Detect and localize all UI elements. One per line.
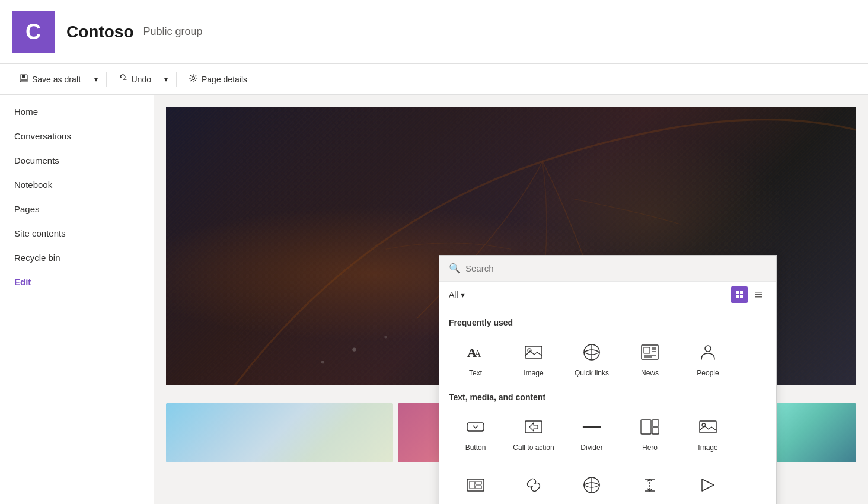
- webpart-image2[interactable]: Image: [681, 409, 735, 458]
- frequently-used-grid: A A Text: [449, 334, 767, 383]
- svg-rect-12: [736, 291, 739, 294]
- webpart-spacer[interactable]: [623, 467, 676, 504]
- sidebar: Home Conversations Documents Notebook Pa…: [0, 95, 154, 504]
- webpart-people[interactable]: People: [681, 334, 735, 383]
- sidebar-item-notebook[interactable]: Notebook: [0, 173, 154, 197]
- content-area: + ✛: [154, 95, 868, 504]
- picker-search-input[interactable]: [465, 263, 767, 273]
- undo-button[interactable]: Undo: [111, 70, 158, 89]
- sidebar-item-recycle-bin[interactable]: Recycle bin: [0, 245, 154, 270]
- main-layout: Home Conversations Documents Notebook Pa…: [0, 95, 868, 504]
- webpart-hero[interactable]: Hero: [623, 409, 676, 458]
- webpart-button-label: Button: [465, 444, 486, 452]
- toolbar: Save as draft ▾ Undo ▾ Page details: [0, 64, 868, 95]
- page-details-label: Page details: [202, 75, 247, 84]
- search-icon: 🔍: [449, 263, 461, 274]
- divider-icon: [580, 415, 604, 439]
- frequently-used-title: Frequently used: [449, 318, 767, 327]
- sidebar-item-edit[interactable]: Edit: [0, 270, 154, 294]
- filter-chevron-icon: ▾: [461, 290, 465, 299]
- text-media-grid: Button Call to action: [449, 409, 767, 458]
- svg-rect-38: [652, 428, 659, 434]
- svg-rect-37: [652, 420, 659, 426]
- webpart-news-label: News: [641, 369, 659, 377]
- webpart-news[interactable]: News: [623, 334, 676, 383]
- image2-icon: [696, 415, 720, 439]
- sidebar-item-site-contents[interactable]: Site contents: [0, 221, 154, 245]
- sidebar-item-pages[interactable]: Pages: [0, 197, 154, 221]
- webpart-link[interactable]: [507, 467, 560, 504]
- svg-rect-33: [467, 423, 484, 431]
- svg-point-32: [705, 346, 711, 352]
- image-icon: [522, 340, 545, 364]
- page-details-button[interactable]: Page details: [181, 70, 254, 89]
- svg-point-8: [321, 361, 324, 363]
- site-type: Public group: [143, 25, 203, 38]
- webpart-divider[interactable]: Divider: [565, 409, 618, 458]
- webpart-sites[interactable]: [565, 467, 618, 504]
- svg-rect-16: [755, 292, 762, 293]
- svg-rect-39: [700, 421, 716, 433]
- sites-icon: [580, 473, 604, 497]
- undo-label: Undo: [132, 75, 151, 84]
- button-icon: [464, 415, 487, 439]
- undo-chevron[interactable]: ▾: [161, 72, 171, 87]
- webpart-hero-label: Hero: [642, 444, 658, 452]
- picker-search-area: 🔍: [439, 256, 776, 282]
- svg-point-9: [384, 336, 387, 338]
- webpart-cta-label: Call to action: [513, 444, 554, 452]
- webpart-text-label: Text: [469, 369, 482, 377]
- save-draft-button[interactable]: Save as draft: [12, 70, 88, 89]
- webpart-cta[interactable]: Call to action: [507, 409, 560, 458]
- webpart-text[interactable]: A A Text: [449, 334, 502, 383]
- webpart-picker: 🔍 All ▾: [439, 255, 777, 504]
- spacer-icon: [638, 473, 662, 497]
- toolbar-divider-1: [106, 72, 107, 87]
- cta-icon: [522, 415, 545, 439]
- sidebar-item-conversations[interactable]: Conversations: [0, 124, 154, 148]
- svg-rect-2: [21, 79, 27, 81]
- webpart-people-label: People: [697, 369, 719, 377]
- view-toggle: [731, 286, 767, 303]
- filter-dropdown[interactable]: All ▾: [449, 290, 465, 299]
- webpart-image2-label: Image: [698, 444, 717, 452]
- webpart-button[interactable]: Button: [449, 409, 502, 458]
- svg-rect-21: [525, 346, 542, 358]
- header: C Contoso Public group: [0, 0, 868, 64]
- quick-links-icon: [580, 340, 604, 364]
- save-draft-label: Save as draft: [32, 75, 81, 84]
- svg-rect-26: [644, 347, 650, 353]
- stream-icon: [696, 473, 720, 497]
- svg-rect-18: [755, 296, 762, 298]
- svg-rect-36: [641, 420, 651, 434]
- webpart-image[interactable]: Image: [507, 334, 560, 383]
- thumbnail-1: [166, 403, 393, 462]
- hero-icon: [638, 415, 662, 439]
- svg-rect-44: [476, 486, 481, 489]
- webpart-quick-links[interactable]: Quick links: [565, 334, 618, 383]
- sidebar-item-documents[interactable]: Documents: [0, 148, 154, 173]
- svg-rect-43: [476, 481, 481, 484]
- site-logo: C: [12, 11, 55, 53]
- svg-rect-1: [22, 75, 25, 78]
- picker-filter-row: All ▾: [439, 282, 776, 308]
- svg-rect-14: [736, 295, 739, 298]
- webpart-image-label: Image: [524, 369, 543, 377]
- svg-rect-42: [470, 481, 474, 489]
- undo-icon: [119, 74, 128, 85]
- svg-text:A: A: [474, 349, 481, 359]
- site-name: Contoso: [66, 23, 134, 42]
- webpart-stream[interactable]: [681, 467, 735, 504]
- gear-icon: [189, 74, 198, 85]
- grid-view-button[interactable]: [731, 286, 748, 303]
- text-media-title: Text, media, and content: [449, 393, 767, 402]
- picker-content: Frequently used A A Text: [439, 308, 776, 504]
- webpart-divider-label: Divider: [580, 444, 602, 452]
- link-icon: [522, 473, 545, 497]
- svg-marker-50: [702, 479, 714, 491]
- list-view-button[interactable]: [750, 286, 767, 303]
- webpart-embed[interactable]: [449, 467, 502, 504]
- save-draft-chevron[interactable]: ▾: [91, 72, 101, 87]
- sidebar-item-home[interactable]: Home: [0, 100, 154, 124]
- svg-point-3: [192, 76, 194, 79]
